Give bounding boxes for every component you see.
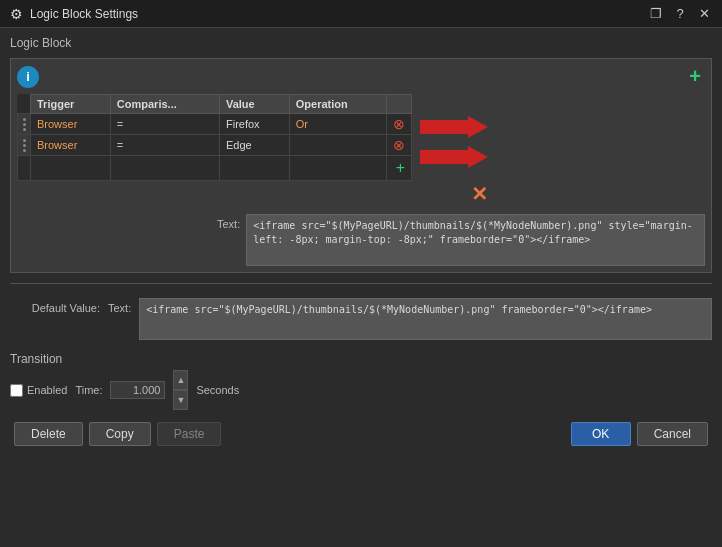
conditions-table: Trigger Comparis... Value Operation <box>17 94 412 181</box>
help-button[interactable]: ? <box>670 4 690 24</box>
trigger-cell-2[interactable]: Browser <box>31 135 111 156</box>
arrow-icon-1 <box>420 116 488 138</box>
row-handle-2[interactable] <box>18 135 31 156</box>
empty-table-row: + <box>18 156 412 181</box>
table-row: Browser = Firefox Or ⊗ <box>18 114 412 135</box>
default-text-label: Text: <box>108 302 131 314</box>
divider <box>10 283 712 284</box>
logic-block-panel: i + Trigger Comparis... Value Operation <box>10 58 712 273</box>
svg-marker-0 <box>420 116 488 138</box>
value-cell-2[interactable]: Edge <box>219 135 289 156</box>
comparison-cell-1[interactable]: = <box>110 114 219 135</box>
delete-group-button[interactable]: ✕ <box>471 183 488 205</box>
text-value-input[interactable]: <iframe src="$(MyPageURL)/thumbnails/$(*… <box>246 214 705 266</box>
transition-row: Enabled Time: ▲ ▼ Seconds <box>10 370 712 410</box>
text-label: Text: <box>217 218 240 230</box>
operation-cell-2[interactable] <box>289 135 386 156</box>
comparison-cell-2[interactable]: = <box>110 135 219 156</box>
time-spin-up[interactable]: ▲ <box>173 370 188 390</box>
time-spin-down[interactable]: ▼ <box>173 390 188 410</box>
delete-row-2-button[interactable]: ⊗ <box>393 138 405 152</box>
add-row-button[interactable]: + <box>396 159 405 177</box>
bottom-left-buttons: Delete Copy Paste <box>14 422 221 446</box>
close-button[interactable]: ✕ <box>694 4 714 24</box>
copy-button[interactable]: Copy <box>89 422 151 446</box>
default-value-label: Default Value: <box>10 302 100 314</box>
delete-row-1-cell: ⊗ <box>387 114 412 135</box>
svg-marker-1 <box>420 146 488 168</box>
app-icon: ⚙ <box>8 6 24 22</box>
conditions-table-wrapper: Trigger Comparis... Value Operation <box>17 94 412 181</box>
time-spinner[interactable]: ▲ ▼ <box>173 370 188 410</box>
default-value-row: Default Value: Text: <iframe src="$(MyPa… <box>10 294 712 344</box>
arrow-icon-2 <box>420 146 488 168</box>
value-cell-1[interactable]: Firefox <box>219 114 289 135</box>
section-label: Logic Block <box>10 36 712 50</box>
add-condition-group-button[interactable]: + <box>689 65 701 88</box>
enabled-checkbox[interactable] <box>10 384 23 397</box>
restore-button[interactable]: ❐ <box>646 4 666 24</box>
paste-button[interactable]: Paste <box>157 422 222 446</box>
col-value: Value <box>219 95 289 114</box>
row-handle-1[interactable] <box>18 114 31 135</box>
default-text-input[interactable]: <iframe src="$(MyPageURL)/thumbnails/$(*… <box>139 298 712 340</box>
bottom-right-buttons: OK Cancel <box>571 422 708 446</box>
operation-cell-1[interactable]: Or <box>289 114 386 135</box>
delete-button[interactable]: Delete <box>14 422 83 446</box>
main-content: Logic Block i + Trigger Comparis... Valu… <box>0 28 722 547</box>
transition-label: Transition <box>10 352 712 366</box>
bottom-bar: Delete Copy Paste OK Cancel <box>10 416 712 450</box>
col-operation: Operation <box>289 95 386 114</box>
info-icon[interactable]: i <box>17 66 39 88</box>
delete-row-2-cell: ⊗ <box>387 135 412 156</box>
value-area: Text: <iframe src="$(MyPageURL)/thumbnai… <box>17 214 705 266</box>
panel-top-row: i + <box>17 65 705 88</box>
window-title: Logic Block Settings <box>30 7 640 21</box>
transition-section: Transition Enabled Time: ▲ ▼ Seconds <box>10 352 712 410</box>
cancel-button[interactable]: Cancel <box>637 422 708 446</box>
table-area: Trigger Comparis... Value Operation <box>17 94 705 206</box>
trigger-cell-1[interactable]: Browser <box>31 114 111 135</box>
title-bar: ⚙ Logic Block Settings ❐ ? ✕ <box>0 0 722 28</box>
title-bar-controls: ❐ ? ✕ <box>646 4 714 24</box>
arrow-area: ✕ <box>420 94 488 206</box>
col-trigger: Trigger <box>31 95 111 114</box>
col-comparison: Comparis... <box>110 95 219 114</box>
time-label: Time: <box>75 384 102 396</box>
delete-row-1-button[interactable]: ⊗ <box>393 117 405 131</box>
seconds-label: Seconds <box>196 384 239 396</box>
enabled-label: Enabled <box>27 384 67 396</box>
table-row: Browser = Edge ⊗ <box>18 135 412 156</box>
time-input[interactable] <box>110 381 165 399</box>
ok-button[interactable]: OK <box>571 422 631 446</box>
enabled-checkbox-label: Enabled <box>10 384 67 397</box>
